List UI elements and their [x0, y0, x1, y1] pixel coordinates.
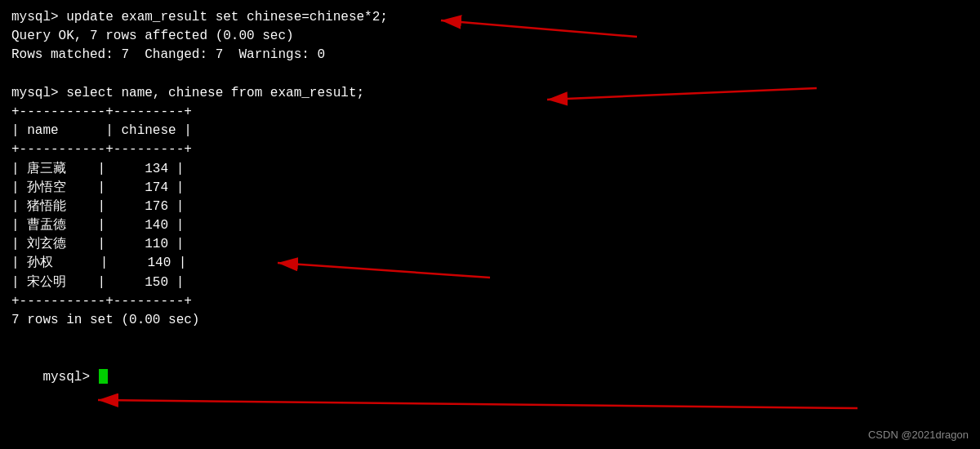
cursor-block: [99, 369, 108, 384]
table-row-6: | 孙权 | 140 |: [11, 254, 969, 273]
result-line-1: Query OK, 7 rows affected (0.00 sec): [11, 27, 969, 46]
table-header: | name | chinese |: [11, 122, 969, 140]
blank-2: [11, 330, 969, 349]
table-divider-bot: +-----------+---------+: [11, 292, 969, 311]
watermark: CSDN @2021dragon: [868, 429, 969, 441]
table-row-2: | 孙悟空 | 174 |: [11, 179, 969, 198]
code-1: update exam_result set chinese=chinese*2…: [66, 10, 388, 24]
table-divider-top: +-----------+---------+: [11, 103, 969, 122]
prompt-2: mysql>: [11, 86, 66, 100]
query-ok-text: Query OK, 7 rows affected (0.00 sec): [11, 29, 294, 43]
table-divider-mid: +-----------+---------+: [11, 140, 969, 159]
cmd-line-1: mysql> update exam_result set chinese=ch…: [11, 8, 969, 27]
table-row-7: | 宋公明 | 150 |: [11, 273, 969, 292]
blank-1: [11, 65, 969, 84]
cmd-line-2: mysql> select name, chinese from exam_re…: [11, 84, 969, 103]
final-prompt: mysql>: [42, 370, 97, 385]
table-row-4: | 曹盂德 | 140 |: [11, 216, 969, 235]
table-row-3: | 猪悟能 | 176 |: [11, 198, 969, 216]
result-line-2: Rows matched: 7 Changed: 7 Warnings: 0: [11, 46, 969, 64]
rows-in-set: 7 rows in set (0.00 sec): [11, 311, 969, 330]
terminal: mysql> update exam_result set chinese=ch…: [0, 0, 980, 449]
rows-matched-text: Rows matched: 7 Changed: 7 Warnings: 0: [11, 47, 325, 62]
table-row-5: | 刘玄德 | 110 |: [11, 235, 969, 254]
final-prompt-line: mysql>: [11, 349, 969, 406]
table-row-1: | 唐三藏 | 134 |: [11, 160, 969, 179]
prompt-1: mysql>: [11, 10, 66, 24]
code-2: select name, chinese from exam_result;: [66, 86, 364, 100]
